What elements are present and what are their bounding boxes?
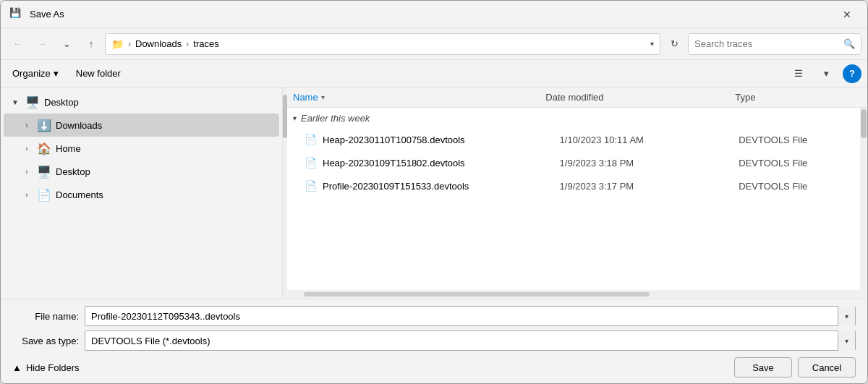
file-type-2: DEVTOOLS File	[739, 158, 854, 168]
search-icon: 🔍	[843, 38, 855, 49]
desktop-icon: 🖥️	[25, 95, 40, 109]
file-name-3: Profile-20230109T151533.devtools	[323, 181, 554, 192]
file-list-scrollbar	[860, 108, 867, 290]
dialog-icon: 💾	[9, 7, 24, 22]
file-name-2: Heap-20230109T151802.devtools	[323, 158, 554, 168]
file-group-earlier: ▾ Earlier this week	[287, 108, 860, 128]
file-date-2: 1/9/2023 3:18 PM	[560, 158, 733, 168]
hide-folders-label: Hide Folders	[26, 362, 80, 373]
filename-value: Profile-20230112T095343..devtools	[91, 311, 240, 322]
up-button[interactable]: ↑	[80, 33, 102, 55]
file-icon-1: 📄	[305, 134, 317, 145]
dialog-title: Save As	[30, 9, 64, 20]
sidebar: ▼ 🖥️ Desktop › ⬇️ Downloads › 🏠 Home › 🖥…	[1, 88, 283, 299]
filetype-label: Save as type:	[12, 336, 85, 346]
footer-bar: ▲ Hide Folders Save Cancel	[12, 357, 856, 377]
file-row-1[interactable]: 📄 Heap-20230110T100758.devtools 1/10/202…	[287, 128, 860, 151]
filetype-row: Save as type: DEVTOOLS File (*.devtools)…	[12, 330, 856, 351]
address-folder-icon: 📁	[111, 38, 124, 50]
main-content: ▼ 🖥️ Desktop › ⬇️ Downloads › 🏠 Home › 🖥…	[1, 88, 867, 299]
view-dropdown-button[interactable]: ▾	[815, 64, 837, 84]
home-icon: 🏠	[37, 142, 51, 155]
downloads-chevron: ›	[21, 119, 33, 131]
organize-button[interactable]: Organize ▾	[7, 64, 64, 84]
desktop2-label: Desktop	[56, 166, 90, 177]
col-date-header[interactable]: Date modified	[545, 92, 735, 103]
horizontal-scrollbar-area	[287, 290, 867, 299]
downloads-icon: ⬇️	[37, 119, 51, 132]
address-dropdown-arrow[interactable]: ▾	[650, 40, 654, 48]
back-button[interactable]: ←	[7, 33, 28, 55]
desktop2-chevron: ›	[21, 166, 33, 177]
documents-label: Documents	[56, 189, 103, 200]
desktop-label: Desktop	[44, 97, 79, 108]
new-folder-label: New folder	[76, 68, 121, 79]
desktop2-icon: 🖥️	[37, 165, 51, 179]
sidebar-item-home[interactable]: › 🏠 Home	[4, 137, 279, 160]
group-label: Earlier this week	[301, 113, 370, 124]
save-button[interactable]: Save	[734, 357, 792, 377]
file-icon-3: 📄	[305, 180, 317, 192]
col-name-header[interactable]: Name ▾	[293, 92, 545, 103]
address-downloads: Downloads	[135, 38, 182, 49]
address-traces: traces	[193, 38, 218, 49]
bottom-section: File name: Profile-20230112T095343..devt…	[1, 299, 867, 383]
hide-folders-chevron: ▲	[12, 362, 22, 373]
footer-buttons: Save Cancel	[734, 357, 856, 377]
group-collapse-icon[interactable]: ▾	[293, 114, 297, 122]
address-separator-2: ›	[186, 39, 189, 49]
file-scrollbar-thumb[interactable]	[861, 109, 867, 138]
file-row-3[interactable]: 📄 Profile-20230109T151533.devtools 1/9/2…	[287, 174, 860, 197]
search-box: 🔍	[688, 33, 861, 55]
col-type-label: Type	[735, 92, 755, 103]
documents-icon: 📄	[37, 188, 51, 202]
address-bar[interactable]: 📁 › Downloads › traces ▾	[105, 33, 660, 55]
file-row-2[interactable]: 📄 Heap-20230109T151802.devtools 1/9/2023…	[287, 151, 860, 174]
help-button[interactable]: ?	[843, 64, 861, 83]
downloads-label: Downloads	[56, 120, 102, 131]
sidebar-item-downloads[interactable]: › ⬇️ Downloads	[4, 114, 279, 137]
title-bar-left: 💾 Save As	[9, 7, 64, 22]
file-area: Name ▾ Date modified Type ▾ Earlier this…	[287, 88, 867, 299]
file-type-1: DEVTOOLS File	[739, 135, 854, 145]
save-as-dialog: 💾 Save As ✕ ← → ⌄ ↑ 📁 › Downloads › trac…	[0, 0, 868, 384]
organize-arrow: ▾	[54, 68, 59, 79]
file-list: ▾ Earlier this week 📄 Heap-20230110T1007…	[287, 108, 860, 290]
nav-bar: ← → ⌄ ↑ 📁 › Downloads › traces ▾ ↻ 🔍	[1, 28, 867, 60]
file-type-3: DEVTOOLS File	[739, 181, 854, 192]
sidebar-item-documents[interactable]: › 📄 Documents	[4, 183, 279, 206]
file-name-1: Heap-20230110T100758.devtools	[323, 135, 554, 145]
recent-locations-button[interactable]: ⌄	[56, 33, 77, 55]
file-date-3: 1/9/2023 3:17 PM	[560, 181, 733, 192]
filename-label: File name:	[12, 311, 85, 322]
refresh-button[interactable]: ↻	[663, 33, 685, 55]
search-input[interactable]	[694, 38, 839, 49]
new-folder-button[interactable]: New folder	[70, 64, 127, 84]
horizontal-scrollbar-thumb[interactable]	[304, 292, 650, 296]
filetype-value: DEVTOOLS File (*.devtools)	[91, 336, 210, 346]
documents-chevron: ›	[21, 189, 33, 200]
forward-button[interactable]: →	[31, 33, 53, 55]
file-header: Name ▾ Date modified Type	[287, 88, 867, 108]
col-name-label: Name	[293, 92, 318, 103]
filename-dropdown-button[interactable]: ▾	[838, 306, 855, 326]
home-label: Home	[56, 143, 81, 154]
organize-label: Organize	[12, 68, 51, 79]
col-type-header[interactable]: Type	[735, 92, 861, 103]
address-separator-1: ›	[128, 39, 131, 49]
toolbar: Organize ▾ New folder ☰ ▾ ?	[1, 60, 867, 88]
close-button[interactable]: ✕	[835, 3, 859, 26]
col-date-label: Date modified	[545, 92, 603, 103]
cancel-button[interactable]: Cancel	[798, 357, 856, 377]
view-button[interactable]: ☰	[788, 64, 809, 84]
sidebar-item-desktop2[interactable]: › 🖥️ Desktop	[4, 160, 279, 183]
sidebar-item-desktop[interactable]: ▼ 🖥️ Desktop	[4, 90, 279, 114]
hide-folders-button[interactable]: ▲ Hide Folders	[12, 362, 80, 373]
sort-icon: ▾	[321, 93, 325, 101]
title-bar: 💾 Save As ✕	[1, 1, 867, 28]
desktop-chevron: ▼	[9, 96, 21, 108]
filetype-input-wrapper: DEVTOOLS File (*.devtools) ▾	[85, 330, 856, 351]
filetype-dropdown-button[interactable]: ▾	[838, 330, 855, 351]
filename-input-wrapper: Profile-20230112T095343..devtools ▾	[85, 306, 856, 326]
file-date-1: 1/10/2023 10:11 AM	[560, 135, 733, 145]
